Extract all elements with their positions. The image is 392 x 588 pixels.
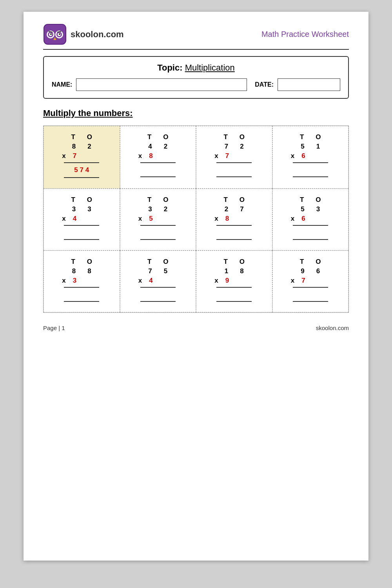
section-title: Multiply the numbers: bbox=[43, 108, 349, 118]
header: skoolon.com Math Practice Worksheet bbox=[43, 24, 349, 45]
prob-multiplier-6: x 8 bbox=[214, 215, 254, 223]
prob-header-2: T O bbox=[223, 133, 245, 141]
footer-site: skoolon.com bbox=[316, 325, 349, 331]
name-input[interactable] bbox=[76, 78, 247, 91]
topic-label: Topic: bbox=[157, 63, 182, 73]
prob-numbers-1: 4 2 bbox=[148, 143, 167, 151]
problem-cell-5: T O 3 2 x 5 bbox=[120, 189, 196, 250]
prob-line-6 bbox=[216, 225, 252, 226]
prob-line-1 bbox=[140, 162, 176, 163]
prob-numbers-4: 3 3 bbox=[72, 205, 91, 213]
problem-cell-3: T O 5 1 x 6 bbox=[272, 126, 349, 189]
prob-line-5 bbox=[140, 225, 176, 226]
prob-numbers-0: 8 2 bbox=[72, 143, 91, 151]
prob-multiplier-3: x 6 bbox=[291, 152, 330, 160]
problem-cell-9: T O 7 5 x 4 bbox=[120, 250, 196, 312]
prob-answer-0: 5 7 4 bbox=[74, 166, 89, 176]
prob-line-9 bbox=[140, 287, 176, 288]
problem-cell-7: T O 5 3 x 6 bbox=[272, 189, 349, 250]
logo-area: skoolon.com bbox=[43, 24, 124, 45]
prob-multiplier-2: x 7 bbox=[214, 152, 254, 160]
prob-answer-line-11 bbox=[293, 301, 328, 302]
prob-multiplier-10: x 9 bbox=[214, 277, 254, 285]
prob-numbers-9: 7 5 bbox=[148, 267, 167, 275]
prob-header-6: T O bbox=[223, 196, 245, 204]
prob-multiplier-11: x 7 bbox=[291, 277, 330, 285]
problem-cell-8: T O 8 8 x 3 bbox=[44, 250, 120, 312]
prob-line-3 bbox=[293, 162, 328, 163]
footer: Page | 1 skoolon.com bbox=[43, 325, 349, 331]
svg-point-8 bbox=[59, 33, 60, 35]
prob-answer-line-0 bbox=[64, 177, 99, 178]
prob-answer-line-8 bbox=[64, 301, 99, 302]
problem-cell-11: T O 9 6 x 7 bbox=[272, 250, 349, 312]
prob-multiplier-9: x 4 bbox=[138, 277, 178, 285]
worksheet-page: skoolon.com Math Practice Worksheet Topi… bbox=[24, 12, 368, 561]
prob-answer-line-1 bbox=[140, 176, 176, 177]
prob-answer-line-3 bbox=[293, 176, 328, 177]
svg-point-7 bbox=[50, 33, 52, 35]
date-label: DATE: bbox=[255, 81, 274, 88]
prob-numbers-6: 2 7 bbox=[225, 205, 244, 213]
prob-header-7: T O bbox=[300, 196, 321, 204]
prob-answer-line-6 bbox=[216, 239, 252, 240]
prob-answer-line-7 bbox=[293, 239, 328, 240]
prob-header-0: T O bbox=[71, 133, 92, 141]
topic-value: Multiplication bbox=[185, 63, 235, 73]
prob-multiplier-0: x 7 bbox=[62, 152, 101, 160]
prob-line-2 bbox=[216, 162, 252, 163]
prob-numbers-2: 7 2 bbox=[225, 143, 244, 151]
prob-multiplier-4: x 4 bbox=[62, 215, 101, 223]
prob-multiplier-7: x 6 bbox=[291, 215, 330, 223]
prob-header-5: T O bbox=[147, 196, 169, 204]
page-number: Page | 1 bbox=[43, 325, 65, 331]
prob-multiplier-8: x 3 bbox=[62, 277, 101, 285]
prob-line-11 bbox=[293, 287, 328, 288]
prob-numbers-11: 9 6 bbox=[301, 267, 320, 275]
prob-multiplier-1: x 8 bbox=[138, 152, 178, 160]
prob-numbers-3: 5 1 bbox=[301, 143, 320, 151]
prob-multiplier-5: x 5 bbox=[138, 215, 178, 223]
problem-cell-2: T O 7 2 x 7 bbox=[196, 126, 272, 189]
prob-numbers-7: 5 3 bbox=[301, 205, 320, 213]
date-section: DATE: bbox=[255, 78, 340, 91]
prob-answer-line-9 bbox=[140, 301, 176, 302]
problem-cell-4: T O 3 3 x 4 bbox=[44, 189, 120, 250]
prob-line-8 bbox=[64, 287, 99, 288]
topic-line: Topic: Multiplication bbox=[52, 63, 340, 73]
prob-line-4 bbox=[64, 225, 99, 226]
name-section: NAME: bbox=[52, 78, 247, 91]
prob-header-9: T O bbox=[147, 258, 169, 266]
prob-header-3: T O bbox=[300, 133, 321, 141]
prob-line-0 bbox=[64, 162, 99, 163]
name-label: NAME: bbox=[52, 81, 72, 88]
prob-header-8: T O bbox=[71, 258, 92, 266]
prob-line-7 bbox=[293, 225, 328, 226]
problem-cell-0: T O 8 2 x 7 5 7 4 bbox=[44, 126, 120, 189]
prob-numbers-5: 3 2 bbox=[148, 205, 167, 213]
problem-cell-10: T O 1 8 x 9 bbox=[196, 250, 272, 312]
prob-header-4: T O bbox=[71, 196, 92, 204]
prob-header-10: T O bbox=[223, 258, 245, 266]
prob-answer-line-4 bbox=[64, 239, 99, 240]
prob-numbers-10: 1 8 bbox=[225, 267, 244, 275]
logo-text: skoolon.com bbox=[71, 29, 124, 40]
header-divider bbox=[43, 49, 349, 50]
problem-cell-6: T O 2 7 x 8 bbox=[196, 189, 272, 250]
prob-numbers-8: 8 8 bbox=[72, 267, 91, 275]
problem-cell-1: T O 4 2 x 8 bbox=[120, 126, 196, 189]
problems-grid: T O 8 2 x 7 5 7 4 T O 4 2 bbox=[43, 125, 349, 313]
prob-answer-line-5 bbox=[140, 239, 176, 240]
prob-answer-line-2 bbox=[216, 176, 252, 177]
prob-line-10 bbox=[216, 287, 252, 288]
prob-header-11: T O bbox=[300, 258, 321, 266]
prob-header-1: T O bbox=[147, 133, 169, 141]
worksheet-title: Math Practice Worksheet bbox=[261, 30, 349, 39]
date-input[interactable] bbox=[278, 78, 340, 91]
skoolon-logo-icon bbox=[43, 24, 67, 45]
prob-answer-line-10 bbox=[216, 301, 252, 302]
topic-box: Topic: Multiplication NAME: DATE: bbox=[43, 56, 349, 99]
name-date-row: NAME: DATE: bbox=[52, 78, 340, 91]
